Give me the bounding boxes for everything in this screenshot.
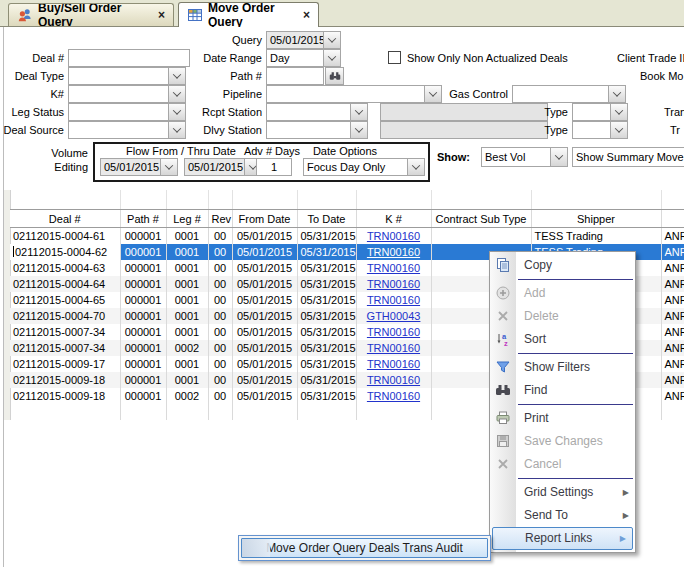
k-number-label: K# xyxy=(0,85,64,103)
show-only-non-actualized-checkbox[interactable] xyxy=(388,51,401,64)
tab-strip-border xyxy=(0,26,684,27)
column-header-rev[interactable]: Rev xyxy=(208,210,232,228)
show-summary-move-button[interactable]: Show Summary Move xyxy=(572,147,684,167)
chevron-down-icon[interactable] xyxy=(323,50,340,66)
column-header-path[interactable]: Path # xyxy=(120,210,166,228)
leg-status-label: Leg Status xyxy=(0,103,64,121)
column-header-deal[interactable]: Deal # xyxy=(10,210,120,228)
menu-item-send-to[interactable]: Send To ▶ xyxy=(490,504,635,527)
submenu-item-move-order-query-deals-trans-audit[interactable]: Move Order Query Deals Trans Audit xyxy=(241,538,488,558)
chevron-down-icon[interactable] xyxy=(323,32,340,48)
deal-number-input[interactable] xyxy=(68,49,190,67)
contract-link[interactable]: TRN00160 xyxy=(367,294,420,306)
pipeline-label: Pipeline xyxy=(180,85,262,103)
tab-label: Move Order Query xyxy=(208,2,298,27)
dlvy-station-combo[interactable] xyxy=(266,121,368,139)
rcpt-station-combo[interactable] xyxy=(266,103,368,121)
contract-link[interactable]: TRN00160 xyxy=(367,374,420,386)
contract-link[interactable]: TRN00160 xyxy=(367,326,420,338)
k-number-combo[interactable] xyxy=(68,85,186,103)
copy-icon xyxy=(495,257,511,273)
contract-link[interactable]: TRN00160 xyxy=(367,246,420,258)
submenu-arrow-icon: ▶ xyxy=(620,528,626,549)
dlvy-station-label: Dlvy Station xyxy=(180,121,262,139)
gas-control-label: Gas Control xyxy=(446,85,508,103)
tab-buy-sell-order-query[interactable]: Buy/Sell Order Query × xyxy=(8,3,174,26)
column-header-leg[interactable]: Leg # xyxy=(166,210,208,228)
submenu-icon-gutter xyxy=(242,539,270,557)
client-trade-id-label: Client Trade ID xyxy=(617,49,684,67)
chevron-down-icon[interactable] xyxy=(350,104,367,120)
contract-link[interactable]: TRN00160 xyxy=(367,358,420,370)
flow-from-date-combo[interactable]: 05/01/2015 xyxy=(100,158,178,176)
people-icon xyxy=(17,7,33,23)
submenu-arrow-icon: ▶ xyxy=(623,481,629,504)
move-order-query-window: Buy/Sell Order Query × Move Order Query … xyxy=(0,0,684,567)
column-header-pipeline[interactable] xyxy=(661,210,684,228)
show-mode-combo[interactable]: Best Vol xyxy=(481,147,568,167)
query-date-combo[interactable]: 05/01/2015 xyxy=(266,31,341,49)
rcpt-type-combo[interactable] xyxy=(572,103,628,121)
dlvy-station-name-field xyxy=(380,121,548,139)
transport-label: Tran xyxy=(664,103,684,121)
adv-days-input[interactable] xyxy=(256,158,292,176)
menu-separator xyxy=(518,478,633,479)
deal-source-combo[interactable] xyxy=(68,121,186,139)
close-icon[interactable]: × xyxy=(303,8,310,22)
pipeline-combo[interactable] xyxy=(266,85,442,103)
menu-item-copy[interactable]: Copy xyxy=(490,254,635,277)
chevron-down-icon[interactable] xyxy=(550,148,567,166)
chevron-down-icon[interactable] xyxy=(608,86,625,102)
menu-item-find[interactable]: Find xyxy=(490,379,635,402)
menu-item-show-filters[interactable]: Show Filters xyxy=(490,356,635,379)
delete-icon xyxy=(495,308,511,324)
contract-link[interactable]: TRN00160 xyxy=(367,278,420,290)
contract-link[interactable]: TRN00160 xyxy=(367,342,420,354)
chevron-down-icon[interactable] xyxy=(350,122,367,138)
chevron-down-icon[interactable] xyxy=(160,159,177,175)
filter-icon xyxy=(495,359,511,375)
column-header-shipper[interactable]: Shipper xyxy=(531,210,661,228)
chevron-down-icon[interactable] xyxy=(610,122,627,138)
deal-type-combo[interactable] xyxy=(68,67,186,85)
menu-item-grid-settings[interactable]: Grid Settings ▶ xyxy=(490,481,635,504)
contract-link[interactable]: TRN00160 xyxy=(367,390,420,402)
menu-item-add: Add xyxy=(490,282,635,305)
binoculars-icon xyxy=(495,382,511,398)
chevron-down-icon[interactable] xyxy=(407,159,424,175)
report-links-submenu: Move Order Query Deals Trans Audit xyxy=(238,535,491,561)
rcpt-station-name-field xyxy=(380,103,548,121)
tr-label: Tr xyxy=(670,121,680,139)
column-header-to-date[interactable]: To Date xyxy=(297,210,356,228)
path-search-button[interactable] xyxy=(325,67,344,85)
column-header-from-date[interactable]: From Date xyxy=(232,210,297,228)
table-row[interactable]: 02112015-0004-61 000001 0001 00 05/01/20… xyxy=(10,228,684,245)
date-range-combo[interactable]: Day xyxy=(266,49,341,67)
date-options-combo[interactable]: Focus Day Only xyxy=(303,158,425,176)
column-header-contract-sub-type[interactable]: Contract Sub Type xyxy=(431,210,531,228)
close-icon[interactable]: × xyxy=(158,8,165,22)
column-header-k[interactable]: K # xyxy=(356,210,431,228)
menu-item-report-links[interactable]: Report Links ▶ xyxy=(492,527,633,550)
tab-move-order-query[interactable]: Move Order Query × xyxy=(178,2,319,27)
volume-label: Volume xyxy=(20,147,88,159)
flow-thru-date-combo[interactable]: 05/01/2015 xyxy=(184,158,262,176)
menu-item-print[interactable]: Print xyxy=(490,407,635,430)
contract-link[interactable]: TRN00160 xyxy=(367,230,420,242)
deal-type-label: Deal Type xyxy=(0,67,64,85)
path-number-input[interactable] xyxy=(266,67,324,85)
menu-separator xyxy=(518,404,633,405)
menu-item-cancel: Cancel xyxy=(490,453,635,476)
flow-from-thru-date-label: Flow From / Thru Date xyxy=(100,145,262,157)
date-range-label: Date Range xyxy=(180,49,262,67)
gas-control-combo[interactable] xyxy=(512,85,626,103)
menu-item-sort[interactable]: a z Sort xyxy=(490,328,635,351)
contract-link[interactable]: TRN00160 xyxy=(367,262,420,274)
chevron-down-icon[interactable] xyxy=(424,86,441,102)
menu-separator xyxy=(518,353,633,354)
contract-link[interactable]: GTH00043 xyxy=(367,310,421,322)
dlvy-type-combo[interactable] xyxy=(572,121,628,139)
leg-status-combo[interactable] xyxy=(68,103,186,121)
chevron-down-icon[interactable] xyxy=(610,104,627,120)
deal-number-label: Deal # xyxy=(0,49,64,67)
